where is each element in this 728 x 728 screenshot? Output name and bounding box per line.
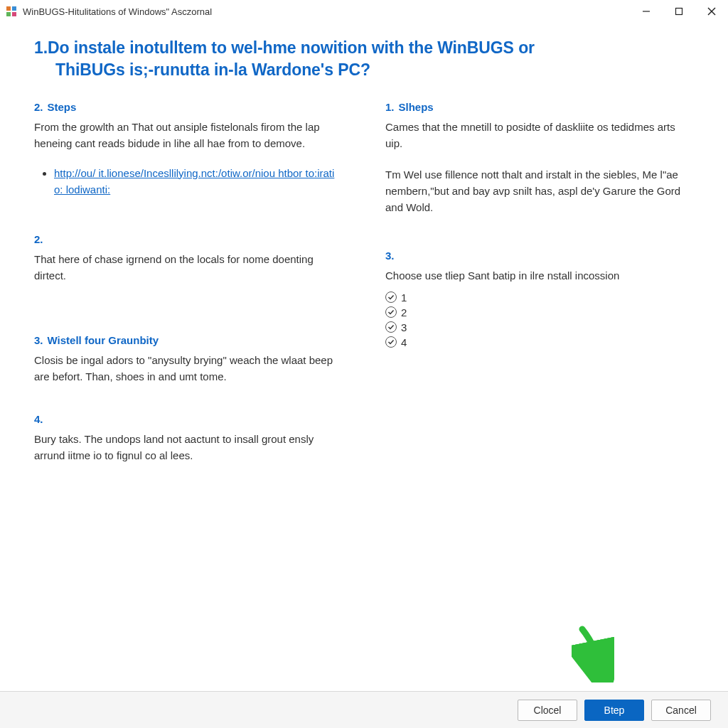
svg-rect-5 [676, 9, 682, 15]
columns: 2.Steps From the growlth an That out ans… [34, 101, 694, 486]
app-icon [6, 6, 17, 17]
main-heading: 1.Do instale inotulltem to wel-hme nowit… [34, 37, 694, 81]
section-number: 3. [385, 250, 395, 262]
content-area: 1.Do instale inotulltem to wel-hme nowit… [0, 23, 728, 691]
section-body: Closis be ingal adors to "anysulty bryin… [34, 352, 343, 385]
svg-rect-3 [12, 12, 16, 16]
option-label: 4 [401, 336, 407, 348]
section-body: Bury taks. The undops land not aactunt t… [34, 431, 343, 464]
heading-line1: Do instale inotulltem to wel-hme nowitio… [48, 38, 535, 57]
svg-rect-0 [6, 6, 11, 11]
option-item[interactable]: 3 [385, 321, 694, 333]
section-heading: 4. [34, 413, 343, 425]
section-title: Wistell four Graunbity [48, 334, 159, 346]
section-title: Slheps [399, 101, 434, 113]
radio-checked-icon [385, 336, 397, 348]
section-number: 3. [34, 334, 43, 346]
option-item[interactable]: 2 [385, 306, 694, 318]
right-section-1: 1.Slheps Cames that the mnetill to posid… [385, 101, 694, 215]
link-list-item: http://ou/ it.lionese/Incesllilying.nct:… [54, 165, 343, 198]
right-section-3: 3. Choose use tliep Sant batip in ilre n… [385, 250, 694, 348]
section-number: 4. [34, 413, 43, 425]
window: WinBUGS-Hitulitations of Windows" Asczor… [0, 0, 728, 728]
section-body: From the growlth an That out ansiple fis… [34, 119, 343, 152]
section-body: Cames that the mnetill to posidte of das… [385, 119, 694, 152]
attention-arrow-icon [572, 626, 614, 685]
section-heading: 3.Wistell four Graunbity [34, 334, 343, 346]
right-column: 1.Slheps Cames that the mnetill to posid… [385, 101, 694, 486]
link-list: http://ou/ it.lionese/Incesllilying.nct:… [34, 165, 343, 198]
section-body-2: Tm Wel use fillence nott thalt and irsta… [385, 166, 694, 216]
section-heading: 2.Steps [34, 101, 343, 113]
left-column: 2.Steps From the growlth an That out ans… [34, 101, 343, 486]
section-heading: 3. [385, 250, 694, 262]
cancel-button[interactable]: Cancel [651, 700, 711, 721]
heading-line2: ThiBUGs is;-runutta in-la Wardone's PC? [34, 59, 694, 81]
titlebar: WinBUGS-Hitulitations of Windows" Asczor… [0, 0, 728, 23]
option-item[interactable]: 1 [385, 291, 694, 304]
maximize-button[interactable] [663, 0, 695, 23]
window-title: WinBUGS-Hitulitations of Windows" Asczor… [23, 6, 212, 17]
license-link[interactable]: http://ou/ it.lionese/Incesllilying.nct:… [54, 167, 334, 196]
section-number: 2. [34, 101, 43, 113]
option-label: 3 [401, 321, 407, 333]
minimize-button[interactable] [630, 0, 663, 23]
radio-checked-icon [385, 306, 397, 318]
window-controls [630, 0, 728, 23]
section-number: 1. [385, 101, 395, 113]
option-list: 1 2 3 4 [385, 291, 694, 348]
svg-rect-2 [6, 12, 11, 16]
section-body: That here of chase igrnend on the locals… [34, 251, 343, 284]
clocel-button[interactable]: Clocel [518, 700, 577, 721]
option-label: 1 [401, 291, 407, 304]
step-button[interactable]: Btep [584, 700, 644, 721]
left-section-4: 4. Bury taks. The undops land not aactun… [34, 413, 343, 464]
left-section-2: 2. That here of chase igrnend on the loc… [34, 233, 343, 284]
section-title: Steps [48, 101, 77, 113]
footer: Clocel Btep Cancel [0, 691, 728, 728]
close-button[interactable] [695, 0, 728, 23]
radio-checked-icon [385, 321, 397, 333]
option-label: 2 [401, 306, 407, 318]
section-heading: 1.Slheps [385, 101, 694, 113]
section-number: 2. [34, 233, 43, 245]
left-section-1: 2.Steps From the growlth an That out ans… [34, 101, 343, 198]
radio-checked-icon [385, 291, 397, 303]
left-section-3: 3.Wistell four Graunbity Closis be ingal… [34, 334, 343, 385]
heading-number: 1. [34, 37, 48, 59]
svg-rect-1 [12, 6, 16, 11]
section-body: Choose use tliep Sant batip in ilre nsta… [385, 267, 694, 284]
option-item[interactable]: 4 [385, 336, 694, 348]
section-heading: 2. [34, 233, 343, 245]
